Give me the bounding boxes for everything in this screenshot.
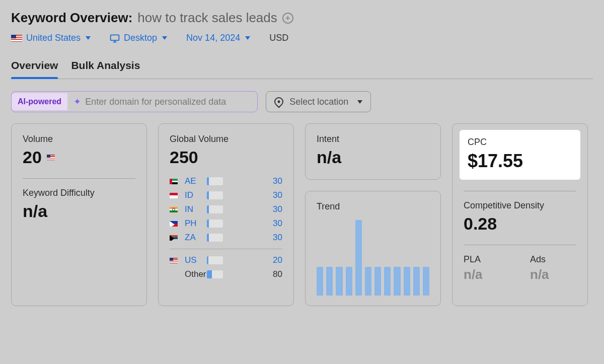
gv-value: 20 (232, 255, 282, 265)
trend-bar (384, 267, 391, 296)
gv-country-code: ZA (185, 233, 202, 243)
gv-country-code: AE (185, 176, 202, 186)
trend-bar (346, 267, 352, 296)
us-flag-icon (170, 258, 178, 263)
gv-bar (207, 220, 223, 228)
device-filter[interactable]: Desktop (110, 33, 167, 43)
us-flag-icon (47, 155, 55, 160)
country-filter[interactable]: United States (11, 33, 91, 43)
intent-card: Intent n/a (305, 123, 441, 180)
date-filter-label: Nov 14, 2024 (186, 33, 240, 43)
trend-bar (394, 267, 400, 296)
gv-value: 30 (232, 176, 282, 186)
desktop-icon (110, 34, 120, 43)
divider (170, 249, 282, 249)
gv-value: 30 (232, 204, 282, 214)
gv-value: 30 (232, 219, 282, 229)
volume-value: 20 (23, 148, 135, 167)
trend-bar (336, 267, 342, 296)
in-flag-icon (170, 207, 178, 212)
sparkle-icon: ✦ (67, 96, 81, 107)
gv-row[interactable]: US 20 (170, 253, 282, 267)
keyword-text: how to track sales leads (137, 10, 277, 26)
gv-row[interactable]: IN 30 (170, 202, 282, 216)
volume-label: Volume (23, 134, 135, 144)
intent-label: Intent (317, 134, 429, 144)
gv-bar (207, 270, 223, 278)
gv-row[interactable]: AE 30 (170, 174, 282, 188)
competitive-value: 0.28 (464, 214, 576, 234)
kd-label: Keyword Difficulty (23, 188, 135, 198)
divider (464, 245, 576, 245)
add-keyword-icon[interactable]: + (282, 13, 293, 24)
svg-rect-0 (111, 35, 119, 40)
cpc-highlight: CPC $17.55 (460, 130, 580, 180)
ae-flag-icon (170, 179, 178, 184)
trend-bar (355, 220, 362, 296)
location-select-label: Select location (289, 97, 348, 107)
gv-bar (207, 177, 223, 185)
gv-country-code: US (185, 255, 202, 265)
ai-powered-badge: AI-powered (12, 93, 67, 110)
us-flag-icon (11, 35, 22, 42)
ads-block: Ads n/a (530, 254, 576, 282)
device-filter-label: Desktop (124, 33, 157, 43)
gv-country-code: IN (185, 204, 202, 214)
gv-bar (207, 205, 223, 213)
currency-label: USD (269, 33, 288, 43)
cpc-value: $17.55 (468, 151, 572, 172)
ads-label: Ads (530, 254, 576, 265)
gv-bar (207, 256, 223, 264)
cards-grid: Volume 20 Keyword Difficulty n/a Global … (11, 123, 593, 306)
gv-bar (207, 191, 223, 199)
chevron-down-icon (86, 36, 91, 40)
ads-value: n/a (530, 267, 576, 282)
gv-country-code: Other (185, 269, 202, 279)
gv-bar (207, 234, 223, 242)
filter-row: United States Desktop Nov 14, 2024 USD (11, 33, 593, 43)
cpc-label: CPC (468, 137, 572, 148)
gv-row[interactable]: PH 30 (170, 216, 282, 231)
pla-block: PLA n/a (464, 254, 510, 282)
volume-kd-card: Volume 20 Keyword Difficulty n/a (11, 123, 147, 306)
id-flag-icon (170, 193, 178, 198)
tabs: Overview Bulk Analysis (11, 57, 593, 79)
location-select[interactable]: Select location (266, 91, 371, 112)
controls-row: AI-powered ✦ Select location (11, 91, 593, 112)
date-filter[interactable]: Nov 14, 2024 (186, 33, 250, 43)
gv-value: 30 (232, 190, 282, 200)
ph-flag-icon (170, 221, 178, 227)
cpc-card: CPC $17.55 Competitive Density 0.28 PLA … (452, 123, 588, 306)
trend-bar (326, 267, 333, 296)
pla-label: PLA (464, 254, 510, 265)
pla-ads-row: PLA n/a Ads n/a (464, 254, 576, 282)
kd-value: n/a (23, 201, 135, 221)
country-filter-label: United States (26, 33, 81, 43)
divider (23, 178, 135, 179)
gv-country-code: PH (185, 219, 202, 229)
location-pin-icon (272, 95, 285, 108)
competitive-label: Competitive Density (464, 200, 576, 211)
za-flag-icon (170, 235, 178, 241)
page-title-row: Keyword Overview: how to track sales lea… (11, 10, 593, 26)
gv-value: 80 (232, 269, 282, 279)
global-volume-card: Global Volume 250 AE 30 ID 30 IN 30 PH 3… (158, 123, 294, 306)
global-volume-rows: AE 30 ID 30 IN 30 PH 30 ZA 30 US (170, 174, 282, 281)
pla-value: n/a (464, 267, 510, 282)
trend-bar (374, 267, 381, 296)
chevron-down-icon (357, 100, 362, 104)
gv-row[interactable]: ZA 30 (170, 231, 282, 245)
tab-overview[interactable]: Overview (11, 57, 58, 79)
gv-country-code: ID (185, 190, 202, 200)
gv-value: 30 (232, 233, 282, 243)
domain-input[interactable] (81, 97, 257, 107)
divider (464, 191, 576, 191)
gv-row[interactable]: Other 80 (170, 267, 282, 281)
domain-input-wrap: AI-powered ✦ (11, 91, 258, 112)
chevron-down-icon (162, 36, 167, 40)
trend-card: Trend (305, 191, 441, 306)
intent-value: n/a (317, 148, 429, 167)
global-volume-label: Global Volume (170, 134, 282, 144)
tab-bulk-analysis[interactable]: Bulk Analysis (71, 57, 140, 79)
gv-row[interactable]: ID 30 (170, 188, 282, 202)
